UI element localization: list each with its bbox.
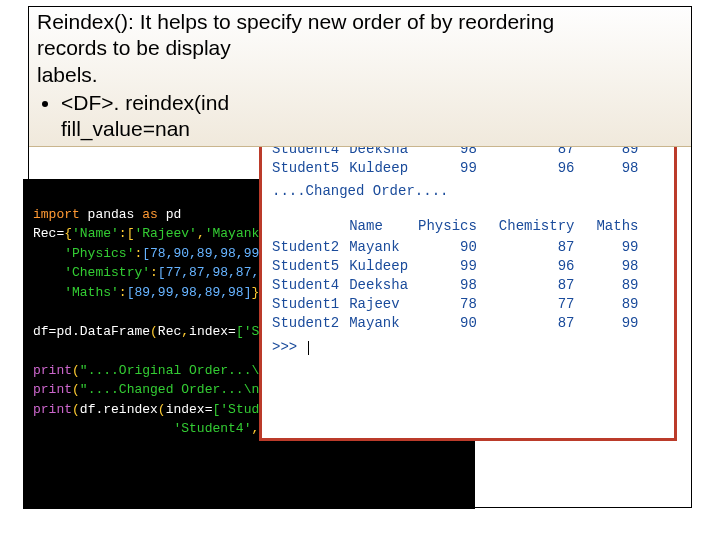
cursor-icon — [308, 341, 309, 355]
code-func: print — [33, 363, 72, 378]
code-num: [78,90,89,98,99 — [142, 246, 259, 261]
col-name: Name — [349, 217, 418, 238]
cell-maths: 99 — [596, 238, 660, 257]
kw-import: import — [33, 207, 80, 222]
code-punc: , — [197, 226, 205, 241]
code-text: pd — [158, 207, 181, 222]
table-row: Student2Mayank908799 — [272, 314, 660, 333]
code-str: 'Chemistry' — [64, 265, 150, 280]
code-var: df — [33, 324, 49, 339]
code-str: 'Physics' — [64, 246, 134, 261]
code-text: pandas — [80, 207, 142, 222]
cell-index: Student2 — [272, 314, 349, 333]
cell-name: Rajeev — [349, 295, 418, 314]
cell-chemistry: 77 — [499, 295, 597, 314]
code-punc: { — [64, 226, 72, 241]
cell-physics: 99 — [418, 159, 499, 178]
cell-physics: 78 — [418, 295, 499, 314]
cell-name: Kuldeep — [349, 159, 418, 178]
col-chemistry: Chemistry — [499, 217, 597, 238]
cell-chemistry: 96 — [499, 159, 597, 178]
code-func: print — [33, 402, 72, 417]
header-line: Reindex(): It helps to specify new order… — [37, 10, 554, 33]
cell-physics: 90 — [418, 314, 499, 333]
code-punc: ( — [150, 324, 158, 339]
cell-name: Kuldeep — [349, 257, 418, 276]
code-kwarg: index — [166, 402, 205, 417]
code-str: 'Student4' — [173, 421, 251, 436]
header-line: records to be display — [37, 36, 231, 59]
kw-as: as — [142, 207, 158, 222]
code-punc: : — [119, 285, 127, 300]
bullet-line: fill_value=nan — [61, 117, 190, 140]
slide-header: Reindex(): It helps to specify new order… — [29, 7, 691, 147]
cell-chemistry: 96 — [499, 257, 597, 276]
cell-chemistry: 87 — [499, 238, 597, 257]
code-punc: , — [181, 324, 189, 339]
cell-index: Student1 — [272, 295, 349, 314]
col-physics: Physics — [418, 217, 499, 238]
cell-name: Mayank — [349, 314, 418, 333]
cell-physics: 98 — [418, 276, 499, 295]
code-punc: ( — [72, 363, 80, 378]
code-num: [77,87,98,87,9 — [158, 265, 267, 280]
cell-name: Mayank — [349, 238, 418, 257]
code-punc: ( — [158, 402, 166, 417]
code-punc: ( — [72, 382, 80, 397]
code-str: 'Mayank' — [205, 226, 267, 241]
header-bullet: <DF>. reindex(ind fill_value=nan — [61, 90, 683, 143]
code-punc: = — [228, 324, 236, 339]
output-heading-changed: ....Changed Order.... — [272, 182, 664, 201]
code-str: "....Original Order...\n — [80, 363, 267, 378]
cell-maths: 89 — [596, 276, 660, 295]
code-num: [89,99,98,89,98] — [127, 285, 252, 300]
cell-maths: 98 — [596, 257, 660, 276]
code-punc: : — [119, 226, 127, 241]
table-row: Student1Rajeev787789 — [272, 295, 660, 314]
col-maths: Maths — [596, 217, 660, 238]
code-str: "....Changed Order...\n" — [80, 382, 267, 397]
table-header-row: Name Physics Chemistry Maths — [272, 217, 660, 238]
code-str: 'Rajeev' — [134, 226, 196, 241]
code-arg: Rec — [158, 324, 181, 339]
cell-physics: 99 — [418, 257, 499, 276]
cell-maths: 89 — [596, 295, 660, 314]
cell-physics: 90 — [418, 238, 499, 257]
prompt-text: >>> — [272, 339, 306, 355]
col-index — [272, 217, 349, 238]
code-str: 'Maths' — [64, 285, 119, 300]
cell-chemistry: 87 — [499, 276, 597, 295]
cell-index: Student4 — [272, 276, 349, 295]
code-call: pd.DataFrame — [56, 324, 150, 339]
code-kwarg: index — [189, 324, 228, 339]
repl-prompt[interactable]: >>> — [272, 338, 664, 357]
cell-maths: 98 — [596, 159, 660, 178]
header-line: labels. — [37, 63, 98, 86]
cell-chemistry: 87 — [499, 314, 597, 333]
code-var: Rec — [33, 226, 56, 241]
cell-index: Student5 — [272, 257, 349, 276]
output-table-changed: Name Physics Chemistry Maths Student2May… — [272, 217, 660, 332]
cell-index: Student2 — [272, 238, 349, 257]
cell-name: Deeksha — [349, 276, 418, 295]
bullet-line: <DF>. reindex(ind — [61, 91, 229, 114]
table-row: Student5Kuldeep999698 — [272, 257, 660, 276]
cell-index: Student5 — [272, 159, 349, 178]
code-call: df.reindex — [80, 402, 158, 417]
code-func: print — [33, 382, 72, 397]
slide-frame: import pandas as pd Rec={'Name':['Rajeev… — [28, 6, 692, 508]
code-punc: : — [150, 265, 158, 280]
table-row: Student4Deeksha988789 — [272, 276, 660, 295]
cell-maths: 99 — [596, 314, 660, 333]
code-str: 'Name' — [72, 226, 119, 241]
table-row: Student2Mayank908799 — [272, 238, 660, 257]
code-punc: ( — [72, 402, 80, 417]
table-row: Student5Kuldeep999698 — [272, 159, 660, 178]
